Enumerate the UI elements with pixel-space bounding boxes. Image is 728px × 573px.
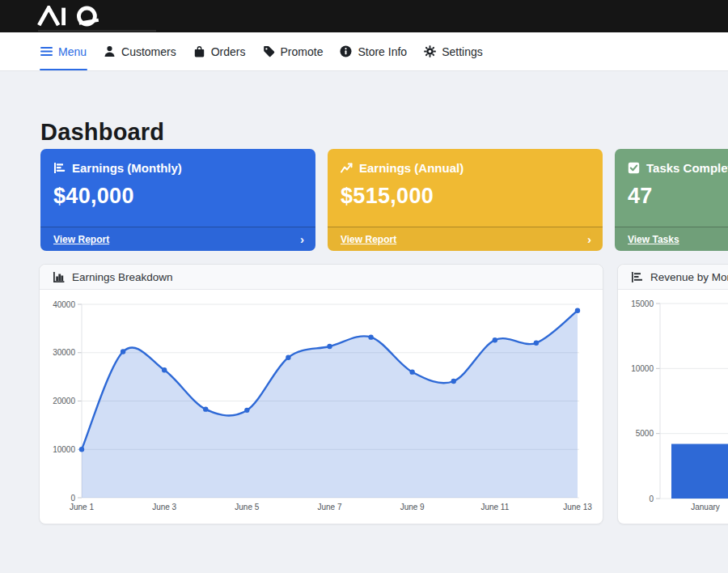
card-title: Earnings (Annual) [359, 161, 463, 175]
view-tasks-link[interactable]: View Tasks [628, 234, 679, 245]
chevron-right-icon: › [587, 233, 591, 245]
svg-text:40000: 40000 [53, 300, 75, 309]
page-title: Dashboard [40, 118, 728, 146]
card-value: $40,000 [53, 184, 303, 209]
revenue-by-month-card: Revenue by Month 050001000015000January [617, 264, 728, 524]
revenue-by-month-bar-chart: 050001000015000January [618, 290, 728, 524]
svg-text:20000: 20000 [53, 397, 75, 405]
svg-text:June 7: June 7 [317, 503, 341, 511]
card-value: $515,000 [341, 184, 590, 209]
summary-cards-row: Earnings (Monthly) $40,000 View Report ›… [40, 149, 728, 251]
bar-chart-icon [53, 162, 66, 174]
earnings-breakdown-area-chart: 010000200003000040000June 1June 3June 5J… [40, 290, 603, 524]
main-navbar: Menu Customers Orders Promote Store Info… [0, 32, 728, 71]
card-earnings-annual: Earnings (Annual) $515,000 View Report › [328, 149, 603, 251]
bag-icon [193, 45, 205, 57]
nav-label: Store Info [358, 45, 407, 58]
info-circle-icon [340, 45, 352, 57]
nav-item-menu[interactable]: Menu [40, 32, 87, 70]
svg-text:June 13: June 13 [563, 503, 592, 511]
svg-text:June 9: June 9 [400, 503, 425, 511]
chart-title: Earnings Breakdown [72, 271, 173, 283]
charts-row: Earnings Breakdown 010000200003000040000… [39, 264, 728, 524]
brand-logo-aiq[interactable] [36, 6, 114, 27]
svg-text:June 11: June 11 [480, 503, 509, 511]
svg-text:0: 0 [649, 494, 654, 503]
logo-letter-a [39, 8, 58, 26]
view-report-link[interactable]: View Report [53, 234, 109, 245]
chevron-right-icon: › [300, 233, 304, 245]
card-value: 47 [628, 184, 728, 209]
card-title: Earnings (Monthly) [72, 161, 182, 175]
svg-text:January: January [691, 503, 720, 511]
nav-item-promote[interactable]: Promote [263, 32, 324, 70]
view-report-link[interactable]: View Report [341, 234, 396, 245]
card-title: Tasks Completed [646, 161, 728, 175]
nav-item-settings[interactable]: Settings [424, 32, 483, 70]
svg-text:30000: 30000 [53, 348, 75, 357]
view-report-link-row[interactable]: View Report › [328, 227, 603, 251]
line-chart-icon [341, 162, 353, 174]
gear-icon [424, 45, 436, 57]
view-report-link-row[interactable]: View Report › [40, 227, 315, 251]
svg-text:0: 0 [70, 494, 75, 503]
nav-item-customers[interactable]: Customers [104, 32, 176, 70]
solid-bar-chart-icon [53, 271, 65, 283]
svg-text:June 1: June 1 [70, 503, 94, 511]
svg-text:15000: 15000 [631, 299, 654, 308]
brand-underline [38, 30, 156, 32]
card-tasks-completed: Tasks Completed 47 View Tasks › [615, 149, 728, 251]
horizontal-bars-chart-icon [631, 271, 643, 283]
nav-label: Settings [442, 45, 483, 58]
svg-text:10000: 10000 [631, 364, 654, 373]
nav-item-store-info[interactable]: Store Info [340, 32, 407, 70]
nav-label: Menu [58, 45, 87, 58]
svg-text:10000: 10000 [53, 445, 75, 454]
nav-label: Orders [211, 45, 246, 58]
person-icon [104, 45, 116, 57]
card-earnings-monthly: Earnings (Monthly) $40,000 View Report › [40, 149, 315, 251]
nav-item-orders[interactable]: Orders [193, 32, 246, 70]
nav-label: Promote [281, 45, 324, 58]
hamburger-icon [40, 46, 53, 57]
svg-text:5000: 5000 [636, 429, 654, 438]
page-content: Dashboard Earnings (Monthly) $40,000 Vie… [0, 71, 728, 573]
view-tasks-link-row[interactable]: View Tasks › [615, 227, 728, 251]
svg-text:June 5: June 5 [235, 503, 259, 511]
tag-icon [263, 45, 275, 57]
svg-text:June 3: June 3 [152, 503, 176, 511]
chart-title: Revenue by Month [650, 271, 728, 283]
earnings-breakdown-card: Earnings Breakdown 010000200003000040000… [39, 264, 603, 524]
check-square-icon [628, 162, 640, 174]
top-app-bar [0, 0, 728, 32]
nav-label: Customers [121, 45, 176, 58]
